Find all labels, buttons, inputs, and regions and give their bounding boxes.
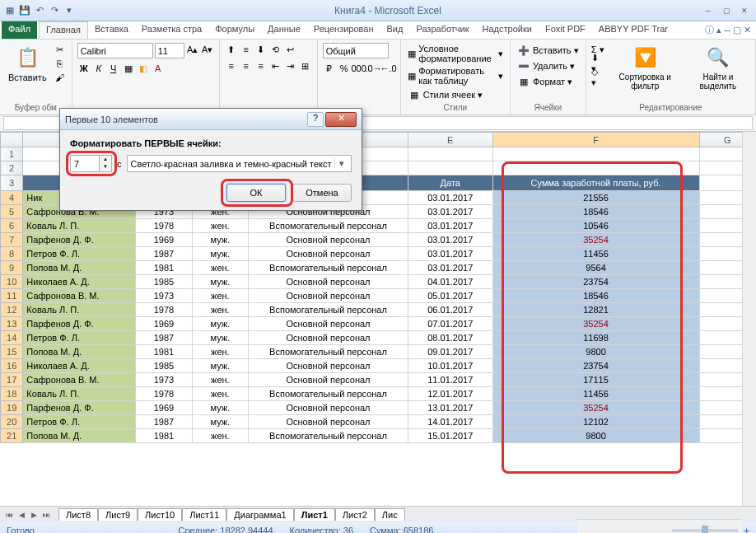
ok-button[interactable]: ОК <box>226 184 286 202</box>
font-size-combo[interactable]: 11 <box>155 43 184 58</box>
tab-data[interactable]: Данные <box>261 21 307 39</box>
redo-icon[interactable]: ↷ <box>48 4 61 17</box>
cell-year[interactable]: 1981 <box>136 429 192 443</box>
copy-icon[interactable]: ⎘ <box>54 57 67 70</box>
tab-file[interactable]: Файл <box>2 21 37 39</box>
cell-gender[interactable]: муж. <box>192 247 248 261</box>
cell-date[interactable]: 05.01.2017 <box>408 289 492 303</box>
cell-sum[interactable]: 23754 <box>492 275 699 289</box>
row-header-1[interactable]: 1 <box>1 147 23 161</box>
font-name-combo[interactable]: Calibri <box>77 43 153 58</box>
row-header-5[interactable]: 5 <box>1 205 23 219</box>
cell-name[interactable]: Петров Ф. Л. <box>23 247 136 261</box>
row-header-17[interactable]: 17 <box>1 373 23 387</box>
row-header-10[interactable]: 10 <box>1 275 23 289</box>
italic-icon[interactable]: К <box>92 62 105 75</box>
cell-sum[interactable]: 11456 <box>492 387 699 401</box>
cell-gender[interactable]: жен. <box>192 373 248 387</box>
cell-date[interactable]: 08.01.2017 <box>408 331 492 345</box>
cell-year[interactable]: 1969 <box>136 233 192 247</box>
cell-date[interactable]: 03.01.2017 <box>408 233 492 247</box>
doc-close-icon[interactable]: ✕ <box>744 25 751 35</box>
cell-gender[interactable]: муж. <box>192 331 248 345</box>
cell-year[interactable]: 1981 <box>136 345 192 359</box>
cell-type[interactable]: Вспомогательный персонал <box>249 345 408 359</box>
row-header-21[interactable]: 21 <box>1 429 23 443</box>
underline-icon[interactable]: Ч <box>107 62 120 75</box>
row-header-19[interactable]: 19 <box>1 401 23 415</box>
cell-sum[interactable]: 21556 <box>492 191 699 205</box>
cell-type[interactable]: Вспомогательный персонал <box>249 303 408 317</box>
format-painter-icon[interactable]: 🖌 <box>54 71 67 84</box>
cell-type[interactable]: Основной персонал <box>249 415 408 429</box>
clear-icon[interactable]: ◇ ▾ <box>591 71 604 84</box>
sheet-tab-Лист11[interactable]: Лист11 <box>182 508 226 521</box>
tab-formulas[interactable]: Формулы <box>208 21 261 39</box>
cell-date[interactable]: 15.01.2017 <box>408 429 492 443</box>
cell-sum[interactable]: 9800 <box>492 345 699 359</box>
tab-nav-next[interactable]: ▶ <box>28 511 40 519</box>
header-sum[interactable]: Сумма заработной платы, руб. <box>492 175 699 191</box>
count-input[interactable] <box>71 156 99 171</box>
tab-foxit[interactable]: Foxit PDF <box>539 21 592 39</box>
row-header-3[interactable]: 3 <box>1 175 23 191</box>
cell-date[interactable]: 07.01.2017 <box>408 317 492 331</box>
cell-year[interactable]: 1973 <box>136 373 192 387</box>
cell-sum[interactable]: 35254 <box>492 401 699 415</box>
cell-name[interactable]: Парфенов Д. Ф. <box>23 317 136 331</box>
dialog-help-button[interactable]: ? <box>307 112 324 127</box>
cell-gender[interactable]: жен. <box>192 219 248 233</box>
cell-year[interactable]: 1978 <box>136 219 192 233</box>
cell-sum[interactable]: 23754 <box>492 359 699 373</box>
cell-year[interactable]: 1978 <box>136 387 192 401</box>
align-right-icon[interactable]: ≡ <box>254 59 268 72</box>
decrease-font-icon[interactable]: A▾ <box>201 43 214 56</box>
row-header-15[interactable]: 15 <box>1 345 23 359</box>
tab-nav-first[interactable]: ⏮ <box>3 511 15 519</box>
cell-type[interactable]: Вспомогательный персонал <box>249 387 408 401</box>
cell-sum[interactable]: 35254 <box>492 233 699 247</box>
percent-icon[interactable]: % <box>338 62 351 75</box>
minimize-button[interactable]: ─ <box>700 5 716 16</box>
sheet-tab-Лист1[interactable]: Лист1 <box>294 508 335 521</box>
cell[interactable] <box>492 161 699 175</box>
cell-date[interactable]: 13.01.2017 <box>408 401 492 415</box>
col-header-F[interactable]: F <box>492 133 699 147</box>
cell-name[interactable]: Николаев А. Д. <box>23 275 136 289</box>
sheet-tab-Диаграмма1[interactable]: Диаграмма1 <box>226 508 293 521</box>
number-format-combo[interactable]: Общий <box>323 43 389 58</box>
ribbon-minimize-icon[interactable]: ▴ <box>716 25 721 35</box>
row-header-11[interactable]: 11 <box>1 289 23 303</box>
help-icon[interactable]: ⓘ <box>705 24 714 36</box>
cell-name[interactable]: Николаев А. Д. <box>23 359 136 373</box>
row-header-12[interactable]: 12 <box>1 303 23 317</box>
row-header-13[interactable]: 13 <box>1 317 23 331</box>
sheet-tab-Лис[interactable]: Лис <box>375 508 405 521</box>
col-header-corner[interactable] <box>1 133 23 147</box>
cell-date[interactable]: 09.01.2017 <box>408 345 492 359</box>
count-spinner[interactable]: ▲ ▼ <box>70 155 112 172</box>
cell-name[interactable]: Коваль Л. П. <box>23 219 136 233</box>
cell-date[interactable]: 03.01.2017 <box>408 219 492 233</box>
format-cells-button[interactable]: ▦Формат ▾ <box>516 74 581 89</box>
cell-year[interactable]: 1969 <box>136 317 192 331</box>
sheet-tab-Лист8[interactable]: Лист8 <box>58 508 98 521</box>
cell-name[interactable]: Коваль Л. П. <box>23 303 136 317</box>
decrease-decimal-icon[interactable]: ←.0 <box>382 62 395 75</box>
cell-type[interactable]: Основной персонал <box>249 275 408 289</box>
col-header-E[interactable]: E <box>408 133 492 147</box>
cell-sum[interactable]: 35254 <box>492 317 699 331</box>
close-button[interactable]: ✕ <box>736 5 753 16</box>
row-header-2[interactable]: 2 <box>1 161 23 175</box>
tab-review[interactable]: Рецензирован <box>307 21 380 39</box>
cancel-button[interactable]: Отмена <box>292 184 352 202</box>
cell-year[interactable]: 1987 <box>136 415 192 429</box>
cell-name[interactable]: Коваль Л. П. <box>23 387 136 401</box>
row-header-7[interactable]: 7 <box>1 233 23 247</box>
tab-nav-last[interactable]: ⏭ <box>40 511 52 519</box>
dialog-close-button[interactable]: ✕ <box>325 112 357 127</box>
cell-date[interactable]: 03.01.2017 <box>408 191 492 205</box>
cell[interactable] <box>492 147 699 161</box>
cell-year[interactable]: 1978 <box>136 303 192 317</box>
cell-gender[interactable]: муж. <box>192 275 248 289</box>
